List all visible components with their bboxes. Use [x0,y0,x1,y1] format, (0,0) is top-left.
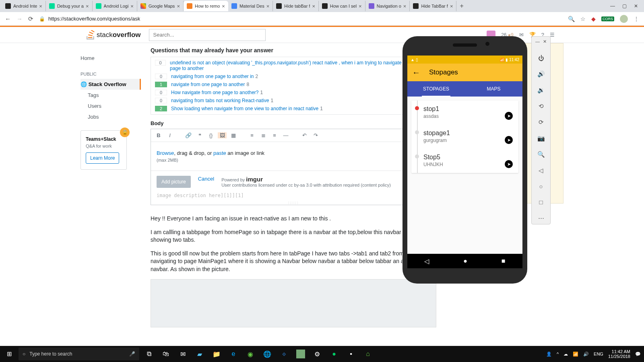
app-icon-1[interactable]: ▰ [195,349,204,359]
sidebar-item-jobs[interactable]: Jobs [80,111,141,122]
quote-button[interactable]: ❝ [195,132,204,138]
profile-avatar[interactable] [620,15,628,23]
close-window-icon[interactable]: ✕ [634,3,638,9]
android-studio-icon[interactable]: ◉ [246,349,255,359]
sidebar-item-home[interactable]: Home [80,53,141,64]
similar-questions-list[interactable]: 0undefined is not an object (evaluating … [151,57,436,115]
store-icon[interactable]: 🛍 [161,349,171,359]
back-icon[interactable]: ← [412,68,420,77]
browser-tab[interactable]: Android Inte× [2,1,46,11]
terminal-icon[interactable]: ▪ [346,349,356,359]
sidebar-item-users[interactable]: Users [80,101,141,111]
browser-tab[interactable]: Material Des× [228,1,273,11]
stop-item[interactable]: Stop5UHNJKH➤ [417,149,518,173]
browser-tab[interactable]: Hide tabBar f× [273,1,319,11]
qa-row[interactable]: 0undefined is not an object (evaluating … [151,59,436,72]
minimize-icon[interactable]: — [610,3,615,9]
close-tab-icon[interactable]: × [86,3,89,9]
settings-icon[interactable]: ⚙ [312,349,322,359]
cancel-button[interactable]: Cancel [198,176,214,182]
ulist-button[interactable]: ≣ [259,132,268,138]
onedrive-icon[interactable]: ☁ [564,352,568,357]
qa-row[interactable]: 0navigating from one page to another in2 [151,72,436,80]
qa-link[interactable]: undefined is not an object (evaluating '… [170,60,427,71]
taskbar-search[interactable]: ○ Type here to search 🎤 [19,348,139,360]
qa-row[interactable]: 0How navigate from one page to another?1 [151,88,436,97]
italic-button[interactable]: I [165,132,174,138]
stop-item[interactable]: stop1assdas➤ [417,101,518,125]
close-tab-icon[interactable]: × [177,3,180,9]
nav-recent-icon[interactable]: ■ [502,257,506,265]
qa-link[interactable]: navigating from tabs not working React-n… [171,98,269,103]
close-tab-icon[interactable]: × [450,3,453,9]
start-button[interactable]: ⊞ [0,350,19,358]
camera-icon[interactable]: 📷 [537,135,545,142]
resize-grip[interactable]: :::::: [151,201,436,205]
power-icon[interactable]: ⏻ [538,55,544,62]
bold-button[interactable]: B [154,132,163,138]
star-icon[interactable]: ☆ [580,16,586,22]
close-tab-icon[interactable]: × [130,3,134,9]
taskbar-clock[interactable]: 11:42 AM11/25/2018 [608,349,630,359]
url-field[interactable]: 🔒 https://stackoverflow.com/questions/as… [39,16,562,22]
volume-icon[interactable]: 🔊 [583,352,589,357]
vscode-icon[interactable]: ⟐ [279,349,289,359]
qa-link[interactable]: Show loading when navigate from one view… [171,106,318,111]
close-tab-icon[interactable]: × [266,3,270,9]
nav-back-icon[interactable]: ◁ [424,257,429,265]
code-button[interactable]: {} [206,132,215,138]
editor-textarea-preview[interactable]: image description here][1]][1] [151,193,436,201]
action-center-icon[interactable]: 💬 [635,352,641,357]
stop-item[interactable]: stopage1gurgugram➤ [417,125,518,149]
chrome-icon[interactable]: 🌐 [262,349,272,359]
add-picture-button[interactable]: Add picture [157,176,191,188]
zoom-icon[interactable]: 🔍 [568,16,575,22]
emu-close[interactable]: ✕ [543,39,547,44]
link-button[interactable]: 🔗 [184,132,193,138]
tray-chevron-icon[interactable]: ^ [557,352,559,356]
menu-icon[interactable]: ⋮ [634,16,639,22]
mic-icon[interactable]: 🎤 [129,351,135,357]
qa-link[interactable]: navigating from one page to another in [171,74,254,79]
maximize-icon[interactable]: ▢ [622,3,627,9]
qa-row[interactable]: 2Show loading when navigate from one vie… [151,105,436,113]
emu-back-icon[interactable]: ◁ [539,167,543,174]
heading-button[interactable]: ≡ [270,132,279,138]
close-tab-icon[interactable]: × [403,3,407,9]
zoom-icon[interactable]: 🔍 [537,151,545,158]
snippet-button[interactable]: ▦ [229,132,238,138]
browse-link[interactable]: Browse [157,150,174,156]
emu-home-icon[interactable]: ○ [539,183,543,190]
nav-home-icon[interactable]: ● [463,257,467,265]
browser-tab[interactable]: How can I sel× [319,1,365,11]
qa-row[interactable]: 0navigating from tabs not working React-… [151,97,436,105]
emu-overview-icon[interactable]: □ [539,199,543,206]
emu-minimize[interactable]: — [535,39,540,44]
qa-link[interactable]: navigate from one page to another [171,82,245,87]
qa-row[interactable]: 1navigate from one page to another8 [151,80,436,88]
app-icon-3[interactable]: ● [329,349,339,359]
avd-icon[interactable]: ⌂ [363,349,373,359]
volume-down-icon[interactable]: 🔉 [537,86,545,94]
rotate-right-icon[interactable]: ⟳ [539,119,544,126]
so-logo[interactable]: stackoverflow [85,30,141,40]
sidebar-item-tags[interactable]: Tags [80,90,141,101]
olist-button[interactable]: ≡ [248,132,256,138]
paste-link[interactable]: paste [213,150,226,156]
close-tab-icon[interactable]: × [39,3,42,9]
forward-button[interactable]: → [17,15,23,22]
sidebar-item-stackoverflow[interactable]: 🌐 Stack Overflow [80,79,141,90]
browser-tab[interactable]: Navigation o× [365,1,410,11]
learn-more-button[interactable]: Learn More [86,152,119,164]
phone-screen[interactable]: ▲ ▯ 📶 ▮ 11:42 ← Stopages STOPAGES MAPS s… [407,56,522,268]
browser-tab[interactable]: Android Logi× [93,1,137,11]
close-tab-icon[interactable]: × [222,3,225,9]
redo-button[interactable]: ↷ [311,132,320,138]
search-input[interactable] [149,29,266,41]
close-tab-icon[interactable]: × [312,3,315,9]
reload-button[interactable]: ⟳ [28,15,33,23]
qa-link[interactable]: How navigate from one page to another? [171,90,258,95]
new-tab-button[interactable]: + [456,2,466,10]
more-icon[interactable]: ⋯ [538,214,544,222]
undo-button[interactable]: ↶ [300,132,309,138]
